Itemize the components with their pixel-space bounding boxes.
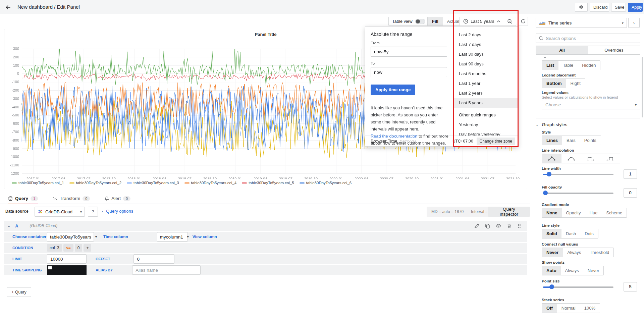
settings-button[interactable] [575,3,588,12]
tab-alert[interactable]: Alert 0 [105,193,130,204]
show-points-auto[interactable]: Auto [542,266,561,275]
gradient-opacity[interactable]: Opacity [562,208,585,217]
legend-item[interactable]: table30DayTo5years.col_4 [184,181,237,185]
line-style-dots[interactable]: Dots [580,229,598,238]
sidebar-scrollbar[interactable] [642,57,643,117]
line-style-solid[interactable]: Solid [542,229,561,238]
change-time-zone-button[interactable]: Change time zone [477,138,515,145]
legend-item[interactable]: table30DayTo5years.col_5 [242,181,294,185]
quick-range-item[interactable]: Yesterday [454,120,519,129]
style-lines[interactable]: Lines [542,136,562,145]
drag-handle-icon[interactable] [517,223,521,228]
interp-linear-icon[interactable] [542,154,561,163]
back-button[interactable] [5,3,13,12]
connect-always[interactable]: Always [563,248,585,257]
zoom-out-button[interactable] [504,17,516,26]
from-label: From [371,41,448,45]
gradient-scheme[interactable]: Scheme [602,208,627,217]
tab-transform[interactable]: Transform 0 [53,193,90,204]
show-points-never[interactable]: Never [583,266,604,275]
connect-never[interactable]: Never [542,248,563,257]
from-input[interactable] [371,47,447,57]
condition-operator-chip[interactable]: <= [63,244,73,252]
add-query-button[interactable]: + Query [7,287,31,297]
stack-100[interactable]: 100% [580,304,600,313]
quick-range-item[interactable]: Last 2 years [454,88,519,98]
point-size-value[interactable]: 5 [624,282,637,292]
copy-icon[interactable] [485,223,490,228]
gradient-hue[interactable]: Hue [585,208,602,217]
legend-item[interactable]: table30DayTo5years.col_6 [300,181,352,185]
quick-range-item[interactable]: Last 7 days [454,40,519,49]
container-select[interactable]: table30DayTo5years ▼ [47,232,94,242]
view-column-link[interactable]: View column [193,234,217,239]
collapse-options-button[interactable]: › [628,18,640,28]
alias-input[interactable] [132,265,201,275]
save-button[interactable]: Save [611,3,626,12]
time-column-select[interactable]: mycolumn1 ▼ [157,232,188,242]
tab-query[interactable]: Query 1 [8,193,38,204]
legend-mode-list[interactable]: List [542,61,558,70]
quick-range-item[interactable]: Last 6 months [454,69,519,78]
apply-time-range-button[interactable]: Apply time range [371,85,415,95]
style-points[interactable]: Points [580,136,601,145]
line-style-dash[interactable]: Dash [561,229,580,238]
legend-mode-table[interactable]: Table [558,61,578,70]
query-options-toggle[interactable]: ›Query options [101,209,133,214]
chevron-down-icon[interactable]: ⌄ [7,224,10,228]
style-bars[interactable]: Bars [562,136,580,145]
quick-range-item[interactable]: Last 1 year [454,78,519,88]
point-size-slider[interactable] [543,284,613,289]
fill-opacity-value[interactable]: 0 [624,188,637,198]
condition-add-button[interactable]: + [84,244,91,252]
quick-range-item[interactable]: Day before yesterday [454,129,519,136]
condition-value-chip[interactable]: 0 [75,244,83,252]
gradient-none[interactable]: None [542,208,562,217]
query-row-header[interactable]: ⌄ A (GridDB-Cloud) [4,221,527,231]
show-points-always[interactable]: Always [561,266,583,275]
quick-range-item[interactable]: Last 30 days [454,49,519,59]
edit-icon[interactable] [474,223,479,228]
limit-input[interactable] [47,254,87,264]
apply-button[interactable]: Apply [628,3,643,12]
line-width-value[interactable]: 1 [624,169,637,179]
interp-step-after-icon[interactable] [600,154,620,163]
visualization-select[interactable]: Time series ▾ [536,18,627,28]
datasource-help-button[interactable]: ? [88,207,98,217]
search-options-input[interactable] [546,36,637,41]
tab-all[interactable]: All [536,46,588,54]
quick-range-item-selected[interactable]: Last 5 years [454,98,519,108]
legend-placement-bottom[interactable]: Bottom [542,79,566,88]
stack-off[interactable]: Off [542,304,557,313]
to-input[interactable] [371,67,447,77]
datasource-select[interactable]: GridDB-Cloud ▾ [35,207,85,217]
line-width-slider[interactable] [543,172,613,176]
tab-overrides[interactable]: Overrides [588,46,640,54]
fill-button[interactable]: Fill [428,17,443,25]
table-view-toggle[interactable] [415,19,425,24]
quick-range-item[interactable]: Last 90 days [454,59,519,69]
fill-opacity-slider[interactable] [543,191,613,195]
connect-threshold[interactable]: Threshold [585,248,613,257]
time-range-button[interactable]: Last 5 years [460,17,504,25]
legend-values-select[interactable]: Choose ▾ [542,100,640,109]
trash-icon[interactable] [507,223,512,228]
legend-item[interactable]: table30DayTo5years.col_1 [12,181,64,185]
time-sampling-select[interactable] [47,265,87,275]
interp-step-before-icon[interactable] [581,154,600,163]
interp-smooth-icon[interactable] [561,154,581,163]
quick-range-item[interactable]: Last 2 days [454,30,519,40]
query-inspector-button[interactable]: Query inspector [488,207,530,217]
legend-item[interactable]: table30DayTo5years.col_3 [127,181,179,185]
eye-icon[interactable] [496,223,501,228]
refresh-button[interactable] [518,17,528,26]
limit-row: LIMIT OFFSET [4,254,527,264]
condition-field-chip[interactable]: col_3 [47,244,62,252]
legend-placement-right[interactable]: Right [566,79,585,88]
legend-item[interactable]: table30DayTo5years.col_2 [69,181,122,185]
graph-styles-header[interactable]: ⌄ Graph styles [536,122,567,127]
offset-input[interactable] [133,254,174,264]
stack-normal[interactable]: Normal [557,304,580,313]
discard-button[interactable]: Discard [590,3,609,12]
legend-mode-hidden[interactable]: Hidden [578,61,600,70]
